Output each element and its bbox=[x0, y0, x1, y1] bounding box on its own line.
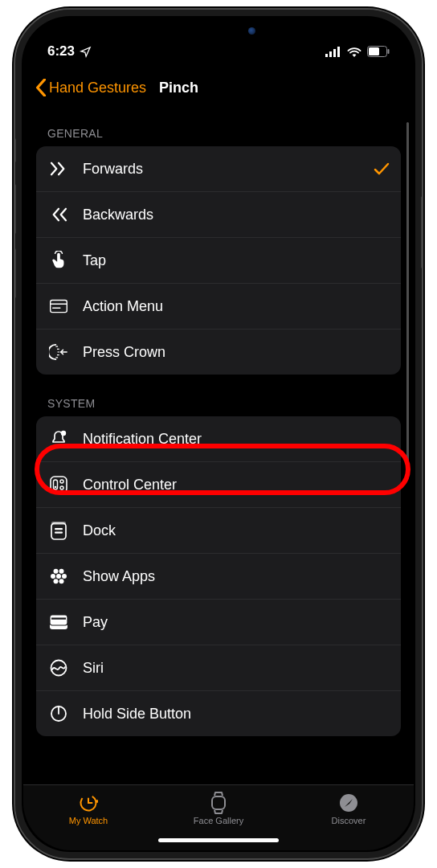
section-header-general: GENERAL bbox=[36, 104, 401, 146]
svg-rect-0 bbox=[325, 54, 328, 57]
press-crown-icon bbox=[47, 341, 70, 363]
apple-pay-text: Pay bbox=[83, 614, 108, 630]
svg-rect-6 bbox=[369, 47, 379, 55]
nav-bar: Hand Gestures Pinch bbox=[23, 68, 414, 104]
wifi-icon bbox=[347, 47, 361, 57]
svg-rect-35 bbox=[51, 618, 66, 620]
battery-icon bbox=[367, 46, 390, 57]
svg-point-27 bbox=[51, 574, 55, 579]
svg-point-30 bbox=[59, 569, 64, 574]
svg-point-16 bbox=[61, 431, 66, 436]
svg-point-26 bbox=[56, 574, 61, 579]
status-left: 6:23 bbox=[47, 43, 92, 59]
tab-label: Face Gallery bbox=[194, 816, 243, 825]
tap-icon bbox=[47, 249, 70, 272]
content-area: GENERAL Forwards Backwards bbox=[23, 104, 414, 784]
apple-pay-icon bbox=[47, 611, 70, 633]
show-apps-icon bbox=[47, 565, 70, 588]
svg-rect-22 bbox=[51, 523, 66, 539]
front-camera bbox=[248, 27, 255, 35]
location-arrow-icon bbox=[80, 46, 92, 58]
svg-point-31 bbox=[54, 579, 59, 583]
row-label: Show Apps bbox=[83, 568, 390, 585]
svg-point-32 bbox=[59, 579, 64, 583]
clock-time: 6:23 bbox=[47, 43, 75, 59]
svg-point-21 bbox=[60, 486, 63, 489]
dock-icon bbox=[47, 519, 70, 542]
row-label: Forwards bbox=[83, 161, 361, 178]
svg-rect-7 bbox=[51, 300, 67, 312]
svg-rect-25 bbox=[55, 532, 63, 534]
row-dock[interactable]: Dock bbox=[36, 508, 401, 554]
svg-rect-3 bbox=[337, 47, 340, 57]
row-siri[interactable]: Siri bbox=[36, 645, 401, 691]
forwards-icon bbox=[47, 158, 70, 180]
svg-point-28 bbox=[62, 574, 67, 579]
volume-up-button bbox=[14, 184, 16, 234]
svg-point-19 bbox=[55, 486, 57, 489]
svg-rect-2 bbox=[333, 49, 336, 57]
svg-point-20 bbox=[60, 480, 63, 483]
row-action-menu[interactable]: Action Menu bbox=[36, 284, 401, 330]
control-center-icon bbox=[47, 473, 70, 496]
general-list: Forwards Backwards bbox=[36, 146, 401, 375]
action-menu-icon bbox=[47, 295, 70, 317]
row-control-center[interactable]: Control Center bbox=[36, 462, 401, 508]
row-label: Control Center bbox=[83, 477, 390, 493]
page-title: Pinch bbox=[159, 80, 198, 96]
back-label: Hand Gestures bbox=[49, 80, 146, 96]
tab-label: Discover bbox=[332, 816, 366, 825]
notification-center-icon bbox=[47, 428, 70, 450]
volume-down-button bbox=[14, 248, 16, 298]
row-label: Action Menu bbox=[83, 298, 390, 315]
siri-icon bbox=[47, 657, 70, 679]
screen: 6:23 bbox=[23, 18, 414, 850]
notch bbox=[130, 18, 307, 43]
home-indicator[interactable] bbox=[158, 838, 279, 842]
system-list: Notification Center Control Center bbox=[36, 416, 401, 736]
svg-rect-5 bbox=[388, 49, 390, 54]
svg-rect-43 bbox=[212, 796, 225, 809]
back-button[interactable]: Hand Gestures bbox=[35, 79, 146, 96]
phone-frame: 6:23 bbox=[14, 8, 423, 860]
row-backwards[interactable]: Backwards bbox=[36, 192, 401, 238]
side-button bbox=[421, 196, 423, 268]
svg-rect-40 bbox=[96, 800, 98, 803]
svg-rect-34 bbox=[50, 615, 67, 625]
row-label: Siri bbox=[83, 660, 390, 677]
row-press-crown[interactable]: Press Crown bbox=[36, 330, 401, 375]
row-apple-pay[interactable]: Pay bbox=[36, 600, 401, 645]
row-label: Hold Side Button bbox=[83, 706, 390, 723]
row-tap[interactable]: Tap bbox=[36, 238, 401, 284]
svg-rect-24 bbox=[55, 528, 63, 530]
tab-discover[interactable]: Discover bbox=[300, 792, 397, 825]
row-label: Notification Center bbox=[83, 431, 390, 448]
silent-switch bbox=[14, 138, 16, 162]
svg-point-29 bbox=[54, 569, 59, 574]
scroll-indicator[interactable] bbox=[406, 122, 409, 466]
tab-label: My Watch bbox=[69, 816, 108, 825]
hold-side-button-icon bbox=[47, 702, 70, 725]
row-label: Pay bbox=[83, 614, 390, 631]
row-label: Press Crown bbox=[83, 344, 390, 361]
svg-rect-1 bbox=[329, 51, 332, 57]
row-label: Dock bbox=[83, 522, 390, 539]
my-watch-tab-icon bbox=[77, 792, 100, 814]
section-header-system: SYSTEM bbox=[36, 375, 401, 416]
tab-face-gallery[interactable]: Face Gallery bbox=[170, 792, 267, 825]
face-gallery-tab-icon bbox=[207, 792, 230, 814]
checkmark-icon bbox=[374, 162, 390, 176]
svg-rect-23 bbox=[51, 522, 66, 525]
row-notification-center[interactable]: Notification Center bbox=[36, 416, 401, 462]
backwards-icon bbox=[47, 203, 70, 226]
discover-tab-icon bbox=[337, 792, 360, 814]
cellular-signal-icon bbox=[325, 47, 341, 57]
row-show-apps[interactable]: Show Apps bbox=[36, 554, 401, 600]
row-hold-side-button[interactable]: Hold Side Button bbox=[36, 691, 401, 736]
chevron-left-icon bbox=[35, 79, 47, 96]
row-label: Backwards bbox=[83, 207, 390, 223]
row-forwards[interactable]: Forwards bbox=[36, 146, 401, 192]
row-label: Tap bbox=[83, 252, 390, 269]
status-right bbox=[325, 46, 390, 57]
tab-my-watch[interactable]: My Watch bbox=[40, 792, 137, 825]
